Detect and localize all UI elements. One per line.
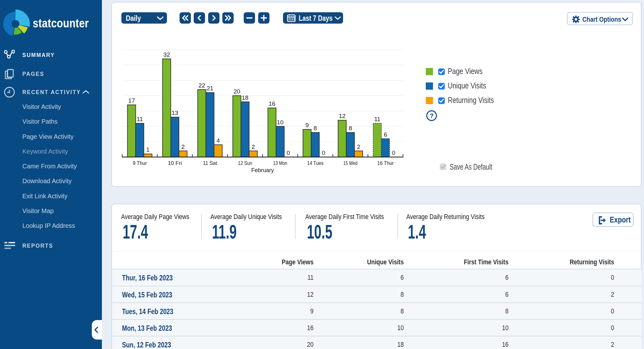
svg-text:9: 9 xyxy=(305,122,309,128)
svg-text:15 Wed: 15 Wed xyxy=(343,160,358,166)
svg-text:11 Sat: 11 Sat xyxy=(203,160,217,166)
svg-text:21: 21 xyxy=(207,85,213,92)
svg-text:2: 2 xyxy=(181,144,185,150)
svg-text:6: 6 xyxy=(384,131,387,138)
svg-text:16 Thur: 16 Thur xyxy=(377,160,394,166)
svg-text:17: 17 xyxy=(128,97,135,104)
svg-text:9 Thur: 9 Thur xyxy=(133,160,147,166)
svg-text:10: 10 xyxy=(277,119,283,126)
svg-text:20: 20 xyxy=(234,88,240,95)
svg-text:February: February xyxy=(251,167,274,173)
svg-text:11: 11 xyxy=(137,116,143,122)
svg-text:32: 32 xyxy=(163,51,170,58)
svg-text:0: 0 xyxy=(287,149,290,156)
svg-text:11: 11 xyxy=(374,116,380,122)
svg-text:8: 8 xyxy=(349,125,352,132)
svg-text:14 Tues: 14 Tues xyxy=(307,160,324,166)
svg-text:22: 22 xyxy=(198,82,205,89)
svg-text:12 Sun: 12 Sun xyxy=(238,160,252,166)
svg-text:4: 4 xyxy=(216,137,220,144)
svg-text:?: ? xyxy=(430,112,434,119)
svg-text:13 Mon: 13 Mon xyxy=(273,160,287,166)
svg-text:18: 18 xyxy=(242,94,248,101)
svg-text:0: 0 xyxy=(322,149,325,156)
svg-text:10 Fri: 10 Fri xyxy=(168,160,182,166)
svg-text:1: 1 xyxy=(146,146,150,153)
svg-text:16: 16 xyxy=(269,100,275,107)
svg-text:13: 13 xyxy=(171,110,178,116)
svg-text:12: 12 xyxy=(339,113,346,119)
svg-text:2: 2 xyxy=(357,144,360,150)
svg-text:2: 2 xyxy=(252,144,255,150)
svg-text:0: 0 xyxy=(392,149,396,156)
svg-text:8: 8 xyxy=(314,125,317,132)
